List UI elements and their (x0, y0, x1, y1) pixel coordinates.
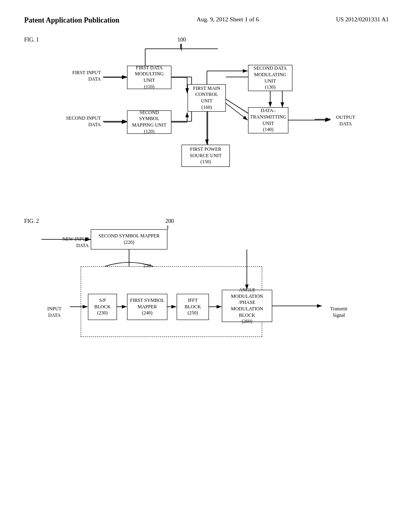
box-150: FIRST POWERSOURCE UNIT(150) (181, 145, 230, 167)
page: Patent Application Publication Aug. 9, 2… (0, 0, 413, 532)
box-160: FIRST MAINCONTROLUNIT(160) (188, 84, 226, 112)
patent-number-label: US 2012/0201331 A1 (336, 16, 389, 23)
box-240: FIRST SYMBOLMAPPER(240) (127, 294, 167, 320)
box-260-label: ANGLE MODULATION/PHASE MODULATIONBLOCK(2… (225, 287, 269, 325)
box-150-label: FIRST POWERSOURCE UNIT(150) (190, 146, 221, 165)
date-sheet-label: Aug. 9, 2012 Sheet 1 of 6 (197, 16, 259, 23)
publication-label: Patent Application Publication (24, 16, 119, 25)
block-210-label: 210 (143, 262, 151, 269)
header: Patent Application Publication Aug. 9, 2… (24, 16, 389, 25)
box-250: IFFTBLOCK(250) (177, 294, 209, 320)
box-110-label: FIRST DATAMODULTING UNIT(110) (130, 65, 169, 90)
fig1-diagram-number: 100 (177, 37, 186, 43)
svg-line-28 (226, 103, 248, 120)
box-160-label: FIRST MAINCONTROLUNIT(160) (193, 85, 220, 110)
transmit-signal-label: TransmitSignal (323, 306, 355, 318)
input-data-label: INPUTDATA (40, 306, 69, 318)
svg-line-9 (226, 99, 248, 113)
output-data-label: OUTPUTDATA (332, 114, 360, 127)
box-260: ANGLE MODULATION/PHASE MODULATIONBLOCK(2… (222, 290, 272, 322)
box-220: SECOND SYMBOL MAPPER(220) (91, 229, 167, 249)
box-120-label: SECOND SYMBOLMAPPING UNIT(120) (130, 110, 169, 135)
box-230: S/PBLOCK(230) (88, 294, 117, 320)
box-230-label: S/PBLOCK(230) (94, 297, 111, 316)
box-120: SECOND SYMBOLMAPPING UNIT(120) (127, 110, 171, 134)
box-140-label: DATA–TRANSMITTINGUNIT(140) (250, 108, 286, 133)
fig2-diagram-number: 200 (165, 218, 174, 224)
box-220-label: SECOND SYMBOL MAPPER(220) (98, 233, 160, 245)
box-130: SECOND DATAMODULATING UNIT(130) (248, 65, 292, 91)
box-240-label: FIRST SYMBOLMAPPER(240) (130, 297, 164, 316)
first-input-data-label: FIRST INPUTDATA (52, 70, 101, 82)
box-110: FIRST DATAMODULTING UNIT(110) (127, 66, 171, 89)
new-input-data-label: NEW INPUTDATA (40, 236, 89, 249)
box-250-label: IFFTBLOCK(250) (185, 297, 201, 316)
box-140: DATA–TRANSMITTINGUNIT(140) (248, 107, 288, 133)
second-input-data-label: SECOND INPUTDATA (46, 115, 101, 128)
box-130-label: SECOND DATAMODULATING UNIT(130) (251, 65, 290, 90)
